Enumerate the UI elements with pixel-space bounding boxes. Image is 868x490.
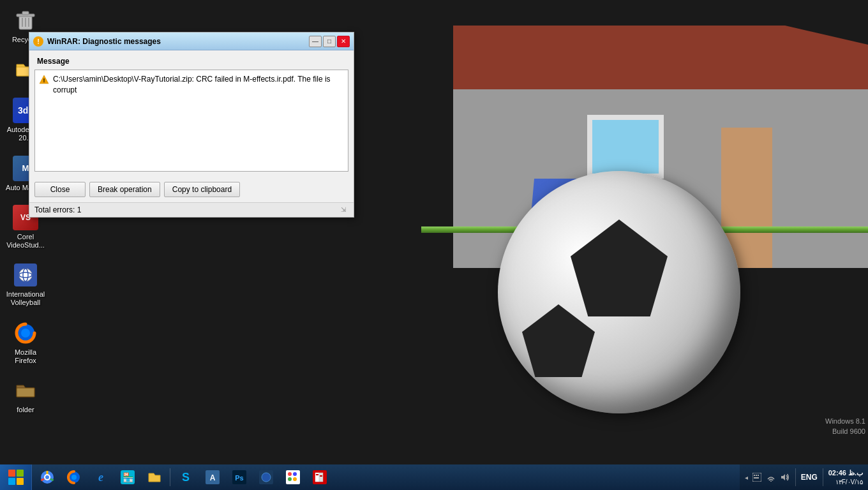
copy-to-clipboard-button[interactable]: Copy to clipboard (164, 182, 240, 197)
volleyball-icon (13, 262, 38, 288)
clock-time: 02:46 ب.ظ (828, 468, 863, 477)
svg-point-28 (262, 473, 271, 482)
dialog-warning-icon: ! (33, 36, 43, 47)
tray-separator2 (823, 468, 823, 486)
svg-point-31 (293, 472, 297, 476)
close-button[interactable]: Close (34, 182, 86, 197)
resize-grip[interactable]: ⇲ (341, 206, 348, 214)
restore-button[interactable]: □ (323, 36, 336, 47)
clock-date: ۱۳F/۰V/۱۵ (835, 478, 863, 486)
start-button[interactable] (0, 464, 32, 490)
dialog-title-area: ! WinRAR: Diagnostic messages (33, 36, 161, 47)
svg-rect-29 (286, 470, 300, 484)
corel-label: Corel VideoStud... (5, 233, 46, 249)
message-header: Message (34, 56, 348, 67)
dialog-footer: Total errors: 1 ⇲ (29, 202, 354, 217)
desktop-icon-folder2[interactable]: folder (3, 373, 49, 419)
folder2-icon (13, 378, 38, 403)
building-window (587, 115, 664, 179)
minimize-button[interactable]: — (309, 36, 322, 47)
svg-rect-42 (758, 475, 759, 476)
dialog-titlebar: ! WinRAR: Diagnostic messages — □ ✕ (29, 33, 354, 50)
system-clock[interactable]: 02:46 ب.ظ ۱۳F/۰V/۱۵ (828, 468, 863, 486)
taskbar-firefox[interactable] (61, 466, 87, 489)
svg-point-44 (770, 480, 772, 482)
volleyball-label: International Volleyball (5, 290, 46, 307)
taskbar-items: e 🏪 S A Ps (32, 464, 740, 490)
svg-point-32 (288, 477, 292, 481)
tray-keyboard-icon[interactable] (752, 472, 762, 482)
close-window-button[interactable]: ✕ (337, 36, 350, 47)
winrar-dialog: ! WinRAR: Diagnostic messages — □ ✕ Mess… (29, 32, 354, 218)
total-errors-text: Total errors: 1 (34, 205, 81, 214)
tray-separator (795, 468, 796, 486)
taskbar-paint[interactable] (280, 466, 306, 489)
message-row: ! C:\Users\amin\Desktop\V-RayTutorial.zi… (39, 74, 344, 96)
taskbar-winrar[interactable] (307, 466, 333, 489)
taskbar-separator (170, 468, 170, 486)
svg-rect-13 (17, 388, 34, 397)
desktop-icon-firefox[interactable]: Mozilla Firefox (3, 315, 49, 370)
dialog-buttons: Close Break operation Copy to clipboard (29, 177, 354, 202)
dialog-window-controls: — □ ✕ (309, 36, 350, 47)
firefox-label: Mozilla Firefox (5, 348, 46, 365)
soccer-ball (498, 171, 740, 413)
warning-triangle-icon: ! (39, 75, 49, 85)
taskbar-app2[interactable] (253, 466, 279, 489)
desktop: Recycl... 3ds Autode Max 20... M Auto Ma… (0, 0, 868, 464)
folder2-label: folder (17, 406, 34, 414)
svg-point-30 (288, 472, 292, 476)
taskbar: e 🏪 S A Ps (0, 464, 868, 490)
message-text: C:\Users\amin\Desktop\V-RayTutorial.zip:… (53, 74, 344, 96)
svg-point-18 (45, 475, 49, 479)
tray-network-icon[interactable] (766, 472, 776, 482)
recycle-bin-icon (13, 8, 38, 33)
svg-text:🏪: 🏪 (123, 472, 134, 483)
svg-point-8 (19, 269, 32, 281)
taskbar-skype[interactable]: S (173, 466, 198, 489)
taskbar-photoshop[interactable]: Ps (227, 466, 252, 489)
roof (453, 26, 868, 89)
windows-logo-icon (8, 470, 24, 485)
svg-rect-43 (754, 477, 759, 479)
desktop-icon-volleyball[interactable]: International Volleyball (3, 257, 49, 312)
svg-text:Ps: Ps (235, 474, 243, 482)
taskbar-app1[interactable]: A (200, 466, 225, 489)
svg-point-20 (71, 475, 77, 480)
break-operation-button[interactable]: Break operation (89, 182, 160, 197)
svg-text:!: ! (43, 77, 45, 84)
language-indicator[interactable]: ENG (801, 473, 818, 482)
tray-volume-icon[interactable] (780, 472, 790, 482)
tray-expand-button[interactable]: ◂ (745, 474, 748, 481)
taskbar-chrome[interactable] (34, 466, 60, 489)
svg-rect-2 (22, 11, 29, 15)
firefox-icon (13, 320, 38, 346)
taskbar-ie[interactable]: e (88, 466, 114, 489)
svg-point-33 (293, 477, 297, 481)
taskbar-explorer[interactable] (142, 466, 167, 489)
dialog-body: Message ! C:\Users\amin\Desktop\V-RayTut… (29, 50, 354, 177)
taskbar-store[interactable]: 🏪 (115, 466, 140, 489)
svg-point-12 (21, 329, 30, 338)
svg-marker-45 (781, 474, 785, 480)
svg-rect-41 (756, 475, 757, 476)
message-area: ! C:\Users\amin\Desktop\V-RayTutorial.zi… (34, 70, 348, 172)
svg-rect-36 (319, 473, 323, 482)
svg-rect-38 (320, 475, 322, 477)
svg-rect-40 (754, 475, 755, 476)
system-tray: ◂ ENG (740, 464, 868, 490)
svg-text:A: A (210, 473, 216, 482)
dialog-title: WinRAR: Diagnostic messages (47, 37, 161, 46)
svg-rect-37 (316, 474, 318, 475)
